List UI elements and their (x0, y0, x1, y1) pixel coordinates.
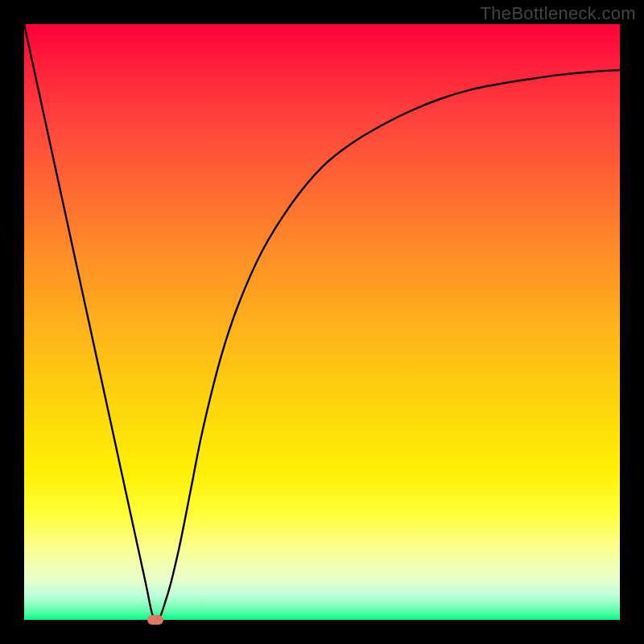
chart-plot-area (24, 24, 620, 620)
watermark-text: TheBottleneck.com (481, 3, 636, 24)
min-point-marker (147, 615, 163, 625)
bottleneck-curve-line (24, 24, 620, 620)
curve-path (24, 24, 620, 620)
